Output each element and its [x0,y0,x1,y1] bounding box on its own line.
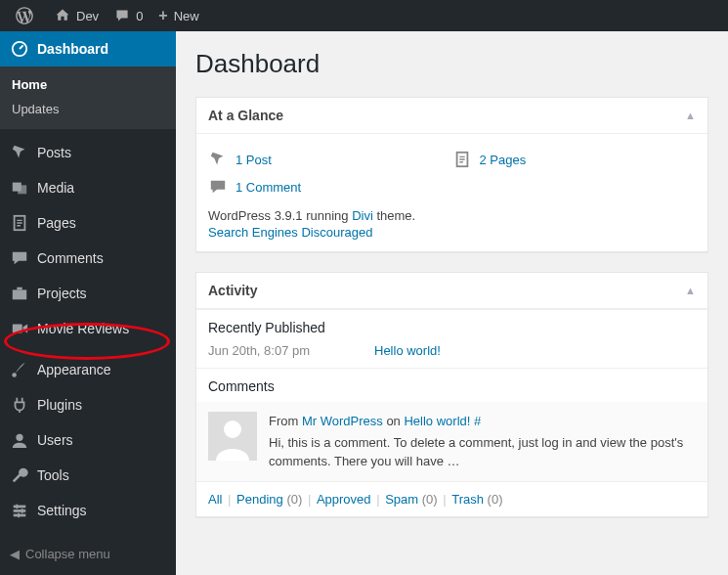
seo-link[interactable]: Search Engines Discouraged [208,225,696,240]
sidebar-item-users[interactable]: Users [0,422,176,458]
sidebar-item-label: Dashboard [37,41,108,57]
activity-body: Recently Published Jun 20th, 8:07 pm Hel… [196,309,707,516]
comment-meta: From Mr WordPress on Hello world! # [269,412,696,431]
sidebar-item-label: Movie Reviews [37,321,129,336]
page-icon [452,150,472,169]
comments-link[interactable]: 0 [107,0,150,31]
wrench-icon [10,465,29,485]
sidebar-item-pages[interactable]: Pages [0,205,176,241]
pin-icon [10,143,29,162]
sidebar-item-label: Projects [37,286,87,301]
svg-rect-5 [17,288,21,290]
sidebar-item-label: Posts [37,145,71,160]
collapse-menu[interactable]: ◀ Collapse menu [0,539,176,569]
new-label: New [174,9,199,23]
comment-post-link[interactable]: Hello world! [404,414,470,428]
collapse-icon: ◀ [10,547,20,561]
sidebar-item-plugins[interactable]: Plugins [0,387,176,422]
plus-icon: + [158,7,167,24]
sidebar-sub-home[interactable]: Home [0,72,176,97]
page-icon [10,213,29,233]
sidebar-item-label: Media [37,180,74,196]
recent-published: Recently Published Jun 20th, 8:07 pm Hel… [196,309,707,368]
sidebar-item-label: Comments [37,250,104,266]
svg-point-7 [12,373,17,377]
brush-icon [10,360,29,379]
filter-all[interactable]: All [208,492,226,507]
comment-icon [114,8,130,23]
sidebar-item-posts[interactable]: Posts [0,135,176,170]
settings-icon [10,501,29,520]
admin-bar: Dev 0 + New [0,0,728,31]
sidebar-item-movie-reviews[interactable]: Movie Reviews [0,311,176,346]
sidebar-item-label: Pages [37,215,76,231]
comment-filters: All | Pending (0) | Approved | Spam (0) … [196,481,707,516]
admin-sidebar: DashboardHomeUpdatesPostsMediaPagesComme… [0,31,176,575]
filter-pending[interactable]: Pending [236,492,286,507]
filter-spam[interactable]: Spam [385,492,422,507]
recent-time: Jun 20th, 8:07 pm [208,343,374,358]
sidebar-sub-updates[interactable]: Updates [0,97,176,121]
svg-point-17 [224,420,241,438]
comment-icon [208,177,228,197]
glance-item: 2 Pages [452,146,697,173]
sidebar-item-label: Appearance [37,362,111,377]
pin-icon [208,150,228,169]
recent-row: Jun 20th, 8:07 pm Hello world! [208,343,696,358]
recent-title: Recently Published [208,320,696,335]
glance-item: 1 Comment [208,173,696,200]
avatar-icon [208,412,257,461]
filter-approved[interactable]: Approved [317,492,374,507]
svg-rect-9 [14,506,26,509]
svg-rect-12 [16,505,18,509]
glance-link[interactable]: 1 Comment [236,180,301,195]
collapse-label: Collapse menu [25,547,110,561]
glance-link[interactable]: 2 Pages [480,153,527,167]
svg-rect-13 [21,509,23,513]
glance-link[interactable]: 1 Post [236,153,272,167]
activity-title: Activity [208,283,258,298]
sidebar-item-dashboard[interactable]: Dashboard [0,31,176,66]
sidebar-item-media[interactable]: Media [0,170,176,205]
recent-post-link[interactable]: Hello world! [374,343,441,358]
sidebar-item-settings[interactable]: Settings [0,493,176,528]
site-name-link[interactable]: Dev [47,0,107,31]
comment-permalink[interactable]: # [470,414,481,428]
page-title: Dashboard [195,49,708,79]
sidebar-item-tools[interactable]: Tools [0,458,176,493]
comment-author-link[interactable]: Mr WordPress [302,414,383,428]
wp-logo[interactable] [8,0,47,31]
sidebar-item-appearance[interactable]: Appearance [0,352,176,387]
home-icon [55,8,70,23]
toggle-icon: ▲ [685,285,696,296]
media-icon [10,178,29,198]
video-icon [10,319,29,338]
sidebar-item-label: Tools [37,467,69,483]
glance-box: At a Glance ▲ 1 Post2 Pages1 Comment Wor… [195,97,708,252]
svg-rect-2 [18,185,26,194]
new-content-link[interactable]: + New [150,0,206,31]
sidebar-submenu: HomeUpdates [0,66,176,129]
svg-rect-10 [14,509,26,512]
sidebar-item-label: Users [37,432,73,448]
activity-box: Activity ▲ Recently Published Jun 20th, … [195,272,708,517]
portfolio-icon [10,284,29,303]
comment-row: From Mr WordPress on Hello world! # Hi, … [196,402,707,481]
comments-title: Comments [208,378,696,394]
toggle-icon: ▲ [685,110,696,121]
sidebar-item-label: Plugins [37,397,82,413]
filter-trash[interactable]: Trash [451,492,487,507]
glance-header[interactable]: At a Glance ▲ [196,98,707,134]
theme-link[interactable]: Divi [352,208,373,223]
activity-header[interactable]: Activity ▲ [196,273,707,309]
comment-text: Hi, this is a comment. To delete a comme… [269,433,696,471]
sidebar-item-comments[interactable]: Comments [0,241,176,276]
sidebar-item-projects[interactable]: Projects [0,276,176,311]
comment-body: From Mr WordPress on Hello world! # Hi, … [269,412,696,471]
svg-rect-6 [13,325,22,333]
glance-item: 1 Post [208,146,452,173]
plug-icon [10,395,29,415]
avatar [208,412,257,461]
glance-title: At a Glance [208,108,283,123]
wordpress-icon [16,7,33,24]
